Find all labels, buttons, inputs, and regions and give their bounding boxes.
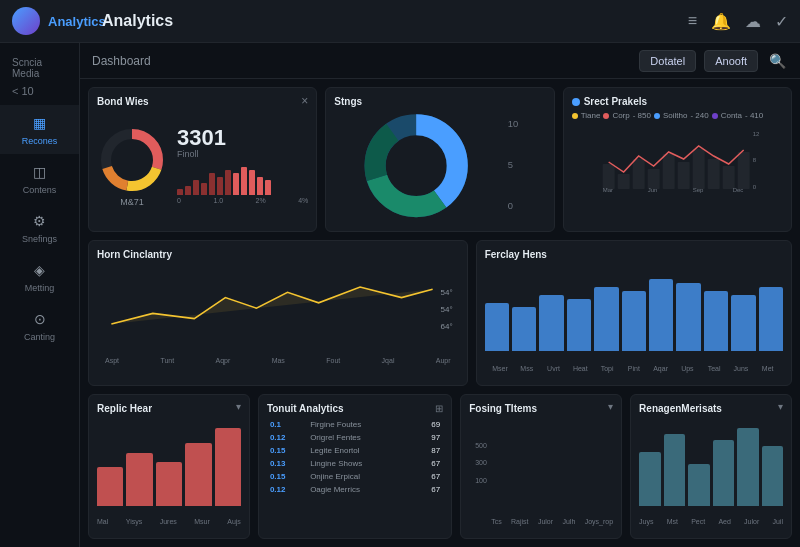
ferclay-xlabel-3: Heat [567,365,594,372]
spark-bar-9 [249,170,255,195]
stings-card: Stngs 10 5 0 [325,87,554,232]
corp-dot [603,113,609,119]
horn-title: Horn Cinclantry [97,249,459,260]
soiltho-label: Soiltho [663,111,687,120]
renagen-xlabel-5: Juil [772,518,783,525]
sidebar-item-canting[interactable]: ⊙ Canting [0,301,79,350]
donut-right: 3301 Finoll 0 1.0 2% 4% [177,113,308,218]
renagen-card: RenagenMerisats ▾ JuysMstPectAedJulorJui… [630,394,792,539]
sidebar-item-recones[interactable]: ▦ Recones [0,105,79,154]
x-fout: Fout [326,357,340,364]
line-chart-svg [101,266,433,350]
ferclay-bar-0 [485,303,509,351]
sidebar-item-label-recones: Recones [22,136,58,146]
row-1: Bond Wies × [88,87,792,232]
bond-wies-close[interactable]: × [301,94,308,108]
ferclay-bar-7 [676,283,700,351]
spark-bar-6 [225,170,231,195]
sidebar-item-label-contens: Contens [23,185,57,195]
spark-bar-5 [217,177,223,196]
dashboard: Bond Wies × [80,79,800,547]
fosing-dropdown[interactable]: ▾ [608,401,613,412]
bond-wies-title: Bond Wies [97,96,308,107]
renagen-bar-4 [737,428,758,506]
conta-label: Conta [721,111,742,120]
anooft-button[interactable]: Anooft [704,50,758,72]
tonuit-expand[interactable]: ⊞ [435,403,443,414]
y-label-54b: 54° [441,305,453,314]
renagen-dropdown[interactable]: ▾ [778,401,783,412]
bond-wies-card: Bond Wies × [88,87,317,232]
ferclay-bar-5 [622,291,646,351]
fosing-title: Fosing TItems [469,403,613,414]
renagen-xlabel-1: Mst [667,518,678,525]
svg-rect-15 [662,154,674,189]
renagen-bar-3 [713,440,734,506]
ferclay-title: Ferclay Hens [485,249,783,260]
sparkline-bars [177,165,308,195]
content-header: Dashboard Dotatel Anooft 🔍 [80,43,800,79]
x-aupr: Aupr [436,357,451,364]
cloud-icon[interactable]: ☁ [745,12,761,31]
spark-label-1: 1.0 [213,197,223,204]
ferclay-bar-2 [539,295,563,351]
sidebar-item-snefings[interactable]: ⚙ Snefings [0,203,79,252]
fosing-content: 500 300 100 TcsRajistJulorJulhJoys_rop [469,420,613,525]
ferclay-hens-card: Ferclay Hens MserMssUvrtHeatTopiPintAqar… [476,240,792,385]
big-number: 3301 [177,127,308,149]
fosing-bars [469,420,613,432]
stings-pie: 10 5 0 [334,113,545,218]
search-icon[interactable]: 🔍 [766,50,788,72]
svg-text:10: 10 [508,119,518,129]
spark-bar-11 [265,180,271,196]
renagen-bar-2 [688,464,709,506]
ferclay-bar-10 [759,287,783,351]
ferclay-x-labels: MserMssUvrtHeatTopiPintAqarUpsTealJunsMe… [485,365,783,372]
table-row: 0.1Firgine Foutes69 [267,418,443,431]
dotatel-button[interactable]: Dotatel [639,50,696,72]
conta-val: - 410 [745,111,763,120]
ferclay-xlabel-2: Uvrt [540,365,567,372]
replic-bar-4 [215,428,241,506]
svg-rect-16 [677,162,689,189]
sidebar-item-contens[interactable]: ◫ Contens [0,154,79,203]
replic-hear-card: Replic Hear ▾ MalYisysJuresMsurAujs [88,394,250,539]
contens-icon: ◫ [30,162,50,182]
renagen-bar-1 [664,434,685,506]
fosing-card: Fosing TItems ▾ 500 300 100 TcsRajistJul… [460,394,622,539]
donut-label: M&71 [97,197,167,207]
svg-rect-13 [632,159,644,189]
row-2: Horn Cinclantry 54° 54° 64° Aspt [88,240,792,385]
spark-bar-3 [201,183,207,195]
ferclay-xlabel-10: Met [754,365,781,372]
soiltho-val: - 240 [690,111,708,120]
table-row: 0.15Legite Enortol87 [267,444,443,457]
spark-bar-1 [185,186,191,195]
menu-icon[interactable]: ≡ [688,12,697,30]
replic-dropdown[interactable]: ▾ [236,401,241,412]
replic-xlabel-4: Aujs [227,518,241,525]
sidebar-item-label-canting: Canting [24,332,55,342]
fosing-xlabel-1: Rajist [511,518,529,525]
replic-bar-3 [185,443,211,506]
replic-bar-2 [156,462,182,506]
prakels-legend: Tiane Corp - 850 Soiltho - 240 [572,111,783,120]
ferclay-xlabel-5: Pint [620,365,647,372]
renagen-bars [639,420,783,518]
svg-text:12: 12 [752,131,759,137]
bell-icon[interactable]: 🔔 [711,12,731,31]
ferclay-xlabel-6: Aqar [647,365,674,372]
spark-label-3: 4% [298,197,308,204]
check-icon[interactable]: ✓ [775,12,788,31]
donut-wrap: M&71 [97,125,167,207]
svg-rect-11 [602,164,614,189]
x-jqal: Jqal [382,357,395,364]
ferclay-xlabel-1: Mss [513,365,540,372]
fosing-x-labels: TcsRajistJulorJulhJoys_rop [469,518,613,525]
replic-x-labels: MalYisysJuresMsurAujs [97,518,241,525]
sidebar-item-metting[interactable]: ◈ Metting [0,252,79,301]
svg-text:Jun: Jun [647,187,657,193]
conta-dot [712,113,718,119]
svg-text:Dec: Dec [732,187,743,193]
spark-label-0: 0 [177,197,181,204]
